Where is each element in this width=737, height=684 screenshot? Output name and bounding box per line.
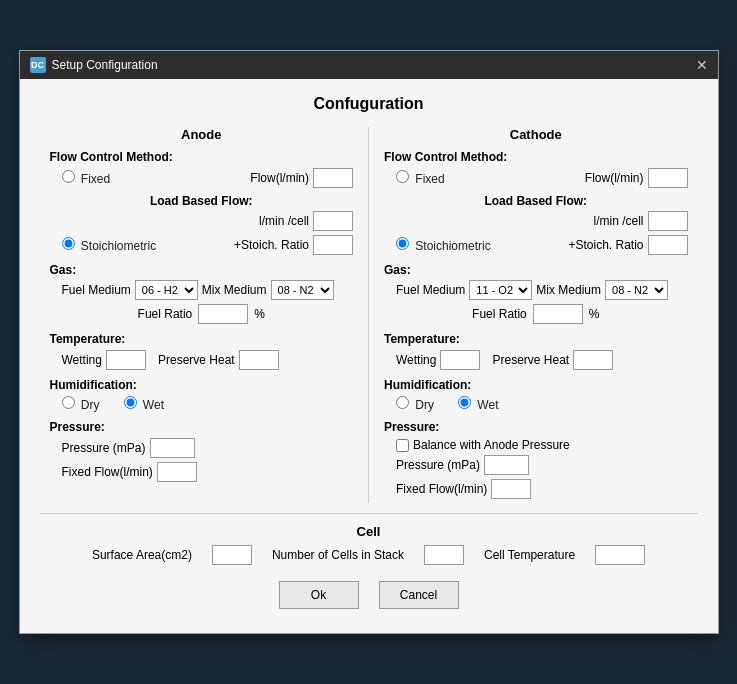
- cathode-wet-label: Wet: [458, 396, 498, 412]
- cathode-wet-radio[interactable]: [458, 396, 471, 409]
- cathode-lmin-row: l/min /cell 1.5: [384, 211, 688, 231]
- anode-temp-label: Temperature:: [50, 332, 354, 346]
- anode-fuel-medium-select[interactable]: 06 - H2 07 - N2: [135, 280, 198, 300]
- cathode-fixed-flow-row: Fixed Flow(l/min) 1: [396, 479, 688, 499]
- anode-lmin-input[interactable]: 0.6: [313, 211, 353, 231]
- anode-stoich-radio-label: Stoichiometric: [62, 237, 157, 253]
- anode-mix-medium-select[interactable]: 08 - N2 09 - Air: [271, 280, 334, 300]
- cathode-fuel-medium-select[interactable]: 11 - O2 07 - Air: [469, 280, 532, 300]
- anode-fixed-flow-row: Fixed Flow(l/min) 1: [62, 462, 354, 482]
- cathode-gas-media-row: Fuel Medium 11 - O2 07 - Air Mix Medium …: [396, 280, 688, 300]
- anode-dry-label: Dry: [62, 396, 100, 412]
- anode-fixed-flow-input[interactable]: 1: [157, 462, 197, 482]
- anode-gas-media-row: Fuel Medium 06 - H2 07 - N2 Mix Medium 0…: [62, 280, 354, 300]
- cathode-pressure-mpa-label: Pressure (mPa): [396, 458, 480, 472]
- anode-flow-input[interactable]: 0.6: [313, 168, 353, 188]
- cathode-fixed-flow-label: Fixed Flow(l/min): [396, 482, 487, 496]
- anode-fuel-medium-label: Fuel Medium: [62, 283, 131, 297]
- cathode-header: Cathode: [384, 127, 688, 142]
- cathode-dry-radio[interactable]: [396, 396, 409, 409]
- surface-area-input[interactable]: 25: [212, 545, 252, 565]
- anode-fuel-ratio-row: Fuel Ratio 100 %: [50, 304, 354, 324]
- cell-temp-label: Cell Temperature: [484, 548, 575, 562]
- anode-lmin-row: l/min /cell 0.6: [50, 211, 354, 231]
- anode-dry-radio[interactable]: [62, 396, 75, 409]
- dialog-title: Confuguration: [40, 95, 698, 113]
- cathode-lmin-input[interactable]: 1.5: [648, 211, 688, 231]
- column-divider: [368, 127, 369, 503]
- anode-preserve-label: Preserve Heat: [158, 353, 235, 367]
- cathode-flow-control-row: Fixed Flow(l/min) 0.6: [396, 168, 688, 188]
- anode-flow-control-row: Fixed Flow(l/min) 0.6: [62, 168, 354, 188]
- app-icon: DC: [30, 57, 46, 73]
- anode-flow-control-label: Flow Control Method:: [50, 150, 354, 164]
- anode-fixed-radio-label: Fixed: [62, 170, 111, 186]
- cathode-stoich-ratio-label: +Stoich. Ratio: [568, 238, 643, 252]
- cathode-fixed-flow-input[interactable]: 1: [491, 479, 531, 499]
- section-divider: [40, 513, 698, 514]
- cathode-pressure-input[interactable]: 0.15: [484, 455, 529, 475]
- anode-humid-label: Humidification:: [50, 378, 354, 392]
- cathode-fuel-ratio-row: Fuel Ratio 21 %: [384, 304, 688, 324]
- cathode-wetting-input[interactable]: 75: [440, 350, 480, 370]
- cathode-stoich-radio-label: Stoichiometric: [396, 237, 491, 253]
- cathode-percent-label: %: [589, 307, 600, 321]
- ok-button[interactable]: Ok: [279, 581, 359, 609]
- anode-humid-row: Dry Wet: [62, 396, 354, 412]
- anode-stoich-radio[interactable]: [62, 237, 75, 250]
- cathode-fuel-ratio-label: Fuel Ratio: [472, 307, 527, 321]
- anode-pressure-section: Pressure: Pressure (mPa) 0.15 Fixed Flow…: [50, 420, 354, 482]
- num-cells-input[interactable]: 1: [424, 545, 464, 565]
- cathode-balance-checkbox[interactable]: [396, 439, 409, 452]
- anode-wet-radio[interactable]: [124, 396, 137, 409]
- anode-fixed-radio[interactable]: [62, 170, 75, 183]
- anode-fuel-ratio-label: Fuel Ratio: [138, 307, 193, 321]
- anode-temp-section: Temperature: Wetting 75 Preserve Heat 85: [50, 332, 354, 370]
- cathode-fuel-ratio-input[interactable]: 21: [533, 304, 583, 324]
- surface-area-label: Surface Area(cm2): [92, 548, 192, 562]
- cathode-flow-label: Flow(l/min): [585, 171, 644, 185]
- anode-temp-row: Wetting 75 Preserve Heat 85: [62, 350, 354, 370]
- anode-mix-medium-label: Mix Medium: [202, 283, 267, 297]
- title-bar-left: DC Setup Configuration: [30, 57, 158, 73]
- cathode-pressure-section: Pressure: Balance with Anode Pressure Pr…: [384, 420, 688, 499]
- cathode-balance-row: Balance with Anode Pressure: [396, 438, 688, 452]
- cancel-button[interactable]: Cancel: [379, 581, 459, 609]
- cathode-flow-input[interactable]: 0.6: [648, 168, 688, 188]
- anode-percent-label: %: [254, 307, 265, 321]
- cathode-flow-control-label: Flow Control Method:: [384, 150, 688, 164]
- cathode-fuel-medium-label: Fuel Medium: [396, 283, 465, 297]
- cell-header: Cell: [40, 524, 698, 539]
- cathode-stoich-radio[interactable]: [396, 237, 409, 250]
- anode-lmin-label: l/min /cell: [259, 214, 309, 228]
- cathode-humid-section: Humidification: Dry Wet: [384, 378, 688, 412]
- anode-fixed-flow-label: Fixed Flow(l/min): [62, 465, 153, 479]
- anode-stoich-ratio-label: +Stoich. Ratio: [234, 238, 309, 252]
- anode-fuel-ratio-input[interactable]: 100: [198, 304, 248, 324]
- cathode-fixed-radio[interactable]: [396, 170, 409, 183]
- cell-temp-input[interactable]: 80: [595, 545, 645, 565]
- anode-flow-label: Flow(l/min): [250, 171, 309, 185]
- cathode-humid-label: Humidification:: [384, 378, 688, 392]
- anode-column: Anode Flow Control Method: Fixed Flow(l/…: [40, 127, 364, 503]
- cathode-temp-label: Temperature:: [384, 332, 688, 346]
- cathode-temp-row: Wetting 75 Preserve Heat 85: [396, 350, 688, 370]
- anode-pressure-input[interactable]: 0.15: [150, 438, 195, 458]
- anode-wetting-input[interactable]: 75: [106, 350, 146, 370]
- cathode-mix-medium-select[interactable]: 08 - N2 09 - Air: [605, 280, 668, 300]
- cathode-load-label: Load Based Flow:: [384, 194, 688, 208]
- cathode-pressure-label: Pressure:: [384, 420, 688, 434]
- anode-stoich-ratio-input[interactable]: 1.5: [313, 235, 353, 255]
- cathode-column: Cathode Flow Control Method: Fixed Flow(…: [374, 127, 698, 503]
- close-button[interactable]: ✕: [696, 57, 708, 73]
- anode-preserve-input[interactable]: 85: [239, 350, 279, 370]
- anode-wetting-label: Wetting: [62, 353, 102, 367]
- anode-gas-label: Gas:: [50, 263, 354, 277]
- cathode-pressure-row: Pressure (mPa) 0.15: [396, 455, 688, 475]
- dialog-content: Confuguration Anode Flow Control Method:…: [20, 79, 718, 633]
- anode-pressure-label: Pressure:: [50, 420, 354, 434]
- cathode-fixed-radio-label: Fixed: [396, 170, 445, 186]
- num-cells-label: Number of Cells in Stack: [272, 548, 404, 562]
- cathode-stoich-ratio-input[interactable]: 2.5: [648, 235, 688, 255]
- cathode-preserve-input[interactable]: 85: [573, 350, 613, 370]
